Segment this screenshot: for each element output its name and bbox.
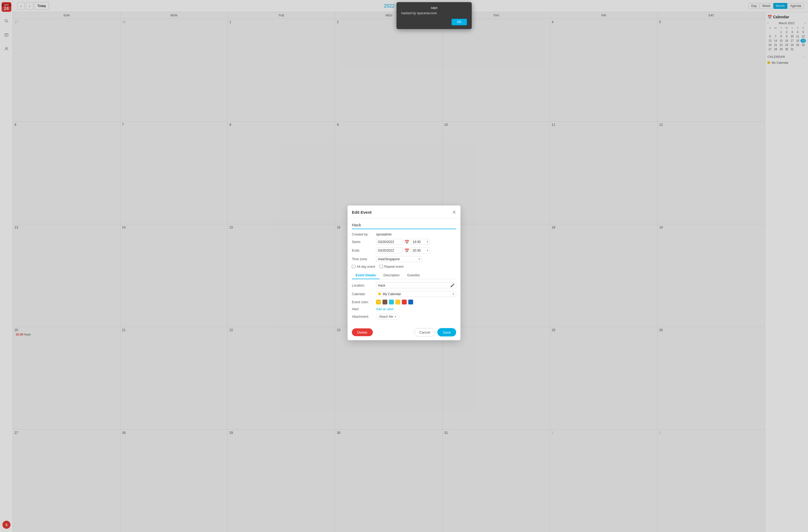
location-label: Location:	[352, 283, 376, 287]
color-swatch-yellow[interactable]	[376, 299, 381, 304]
ends-cal-picker-btn[interactable]: 📅	[405, 248, 409, 253]
color-swatch-amber[interactable]	[396, 299, 400, 304]
location-row: Location: 🎤	[352, 282, 456, 288]
location-input[interactable]	[376, 282, 456, 288]
color-swatch-cyan[interactable]	[389, 299, 394, 304]
add-alert-link[interactable]: Add an alert	[376, 307, 393, 311]
attach-file-btn[interactable]: Attach file ▼	[376, 313, 400, 319]
checkbox-row: All day event Repeat event	[352, 264, 456, 268]
ends-time-select[interactable]: 20:30	[411, 247, 430, 253]
created-by-label: Created by:	[352, 232, 376, 236]
all-day-checkbox[interactable]	[352, 265, 355, 268]
color-swatch-blue[interactable]	[408, 299, 413, 304]
event-color-row: Event color:	[352, 299, 456, 304]
modal-footer: Delete Cancel Save	[348, 325, 460, 340]
ends-time-wrapper: 20:30 ▼	[411, 247, 430, 253]
starts-label: Starts:	[352, 240, 376, 243]
alert-dialog-title: says	[401, 6, 467, 10]
tab-description[interactable]: Description	[380, 272, 403, 279]
all-day-label: All day event	[357, 264, 375, 268]
alert-dialog-message: hacked by spaceraccoon	[401, 11, 467, 15]
delete-btn[interactable]: Delete	[352, 328, 373, 336]
alert-row: Alert: Add an alert	[352, 307, 456, 311]
timezone-select[interactable]: Asia/Singapore	[376, 256, 422, 262]
calendar-select[interactable]: My Calendar	[376, 291, 456, 297]
starts-date-time: 📅 19:30 ▼	[376, 239, 430, 245]
starts-date-input[interactable]	[376, 239, 403, 245]
calendar-select-wrapper: My Calendar ▼	[376, 291, 456, 297]
tab-guestlist[interactable]: Guestlist	[403, 272, 423, 279]
timezone-select-wrapper: Asia/Singapore ▼	[376, 256, 422, 262]
modal-title: Edit Event	[352, 210, 371, 215]
color-swatch-brown[interactable]	[383, 299, 387, 304]
ends-row: Ends: 📅 20:30 ▼	[352, 247, 456, 253]
ends-date-time: 📅 20:30 ▼	[376, 247, 430, 253]
color-swatch-red[interactable]	[402, 299, 407, 304]
attachment-label: Attachment:	[352, 314, 376, 318]
alert-ok-btn[interactable]: OK	[452, 19, 467, 25]
alert-dialog: says hacked by spaceraccoon OK	[397, 2, 472, 29]
footer-right-buttons: Cancel Save	[414, 328, 456, 336]
color-swatches	[376, 299, 413, 304]
starts-time-wrapper: 19:30 ▼	[411, 239, 430, 245]
calendar-row: Calendar: My Calendar ▼	[352, 291, 456, 297]
modal-tabs: Event Details Description Guestlist	[352, 272, 456, 279]
repeat-event-label: Repeat event	[384, 264, 403, 268]
starts-time-select[interactable]: 19:30	[411, 239, 430, 245]
modal-close-btn[interactable]: ✕	[452, 209, 456, 215]
repeat-event-checkbox-label[interactable]: Repeat event	[380, 264, 403, 268]
calendar-label: Calendar:	[352, 292, 376, 296]
timezone-label: Time zone:	[352, 257, 376, 261]
all-day-checkbox-label[interactable]: All day event	[352, 264, 375, 268]
attach-file-label: Attach file	[379, 314, 393, 318]
tab-event-details[interactable]: Event Details	[352, 272, 380, 279]
attachment-row: Attachment: Attach file ▼	[352, 313, 456, 319]
event-title-input[interactable]	[352, 221, 456, 229]
modal-header: Edit Event ✕	[348, 205, 460, 218]
alert-label: Alert:	[352, 307, 376, 311]
ends-label: Ends:	[352, 249, 376, 252]
repeat-event-checkbox[interactable]	[380, 265, 383, 268]
save-btn[interactable]: Save	[437, 328, 456, 336]
created-by-value: synoadmin	[376, 232, 456, 236]
location-input-wrapper: 🎤	[376, 282, 456, 288]
edit-event-modal: Edit Event ✕ Created by: synoadmin Start…	[348, 205, 460, 340]
modal-body: Created by: synoadmin Starts: 📅 19:30 ▼ …	[348, 218, 460, 325]
calendar-dot-indicator	[378, 292, 381, 295]
created-by-row: Created by: synoadmin	[352, 232, 456, 236]
timezone-row: Time zone: Asia/Singapore ▼	[352, 256, 456, 262]
ends-date-input[interactable]	[376, 247, 403, 253]
attach-arrow-icon: ▼	[394, 315, 397, 318]
cancel-btn[interactable]: Cancel	[414, 328, 435, 336]
event-color-label: Event color:	[352, 300, 376, 304]
starts-cal-picker-btn[interactable]: 📅	[405, 240, 409, 244]
starts-row: Starts: 📅 19:30 ▼	[352, 239, 456, 245]
microphone-icon[interactable]: 🎤	[450, 283, 455, 287]
